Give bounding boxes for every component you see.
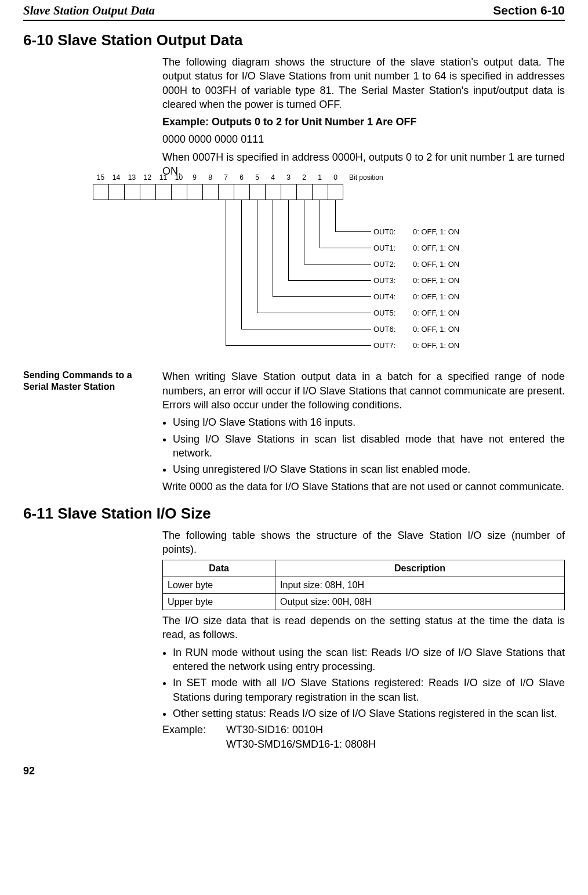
table-row: Upper byte Output size: 00H, 08H (163, 593, 565, 610)
section-610-p1: The following diagram shows the structur… (162, 55, 565, 111)
header-right: Section 6-10 (493, 3, 565, 17)
sending-bullets: Using I/O Slave Stations with 16 inputs.… (162, 415, 565, 476)
out-row: OUT6:0: OFF, 1: ON (373, 325, 459, 334)
example-line: Example: WT30-SID16: 0010H WT30-SMD16/SM… (162, 723, 565, 751)
list-item: In RUN mode without using the scan list:… (173, 646, 565, 674)
page-header: Slave Station Output Data Section 6-10 (23, 0, 565, 21)
bit-label: 9 (187, 173, 202, 182)
bit-label: 1 (312, 173, 328, 182)
bit-label: 15 (93, 173, 108, 182)
out-row: OUT3:0: OFF, 1: ON (373, 276, 459, 285)
sending-p: When writing Slave Station output data i… (162, 369, 565, 412)
table-header: Description (275, 560, 565, 577)
list-item: Using I/O Slave Stations with 16 inputs. (173, 415, 565, 429)
bit-label: 2 (296, 173, 312, 182)
bit-label: 8 (202, 173, 218, 182)
out-row: OUT5:0: OFF, 1: ON (373, 309, 459, 317)
bit-position-label: Bit position (349, 173, 383, 182)
bit-label: 11 (155, 173, 171, 182)
header-left: Slave Station Output Data (23, 3, 155, 18)
section-610-example-title: Example: Outputs 0 to 2 for Unit Number … (162, 115, 565, 129)
table-row: Data Description (163, 560, 565, 577)
bit-label: 12 (140, 173, 155, 182)
out-row: OUT1:0: OFF, 1: ON (373, 244, 459, 252)
out-row: OUT0:0: OFF, 1: ON (373, 227, 459, 236)
out-row: OUT4:0: OFF, 1: ON (373, 292, 459, 301)
bit-label: 5 (249, 173, 265, 182)
bit-label: 14 (108, 173, 124, 182)
sending-commands-label: Sending Commands to a Serial Master Stat… (23, 369, 151, 393)
list-item: Using I/O Slave Stations in scan list di… (173, 432, 565, 461)
bit-diagram: 15 14 13 12 11 10 9 8 7 6 5 4 3 2 1 0 Bi… (93, 184, 565, 364)
bit-label: 13 (124, 173, 140, 182)
table-row: Lower byte Input size: 08H, 10H (163, 577, 565, 593)
page-number: 92 (23, 765, 565, 777)
table-header: Data (163, 560, 275, 577)
section-611-bullets: In RUN mode without using the scan list:… (162, 646, 565, 720)
out-row: OUT7:0: OFF, 1: ON (373, 341, 459, 350)
bit-label: 7 (218, 173, 234, 182)
io-size-table: Data Description Lower byte Input size: … (162, 560, 565, 610)
section-611-p1: The following table shows the structure … (162, 528, 565, 557)
bit-label: 0 (328, 173, 343, 182)
bit-row (93, 184, 343, 200)
list-item: In SET mode with all I/O Slave Stations … (173, 676, 565, 704)
out-row: OUT2:0: OFF, 1: ON (373, 260, 459, 269)
sending-after: Write 0000 as the data for I/O Slave Sta… (162, 480, 565, 494)
bit-label: 10 (171, 173, 187, 182)
list-item: Using unregistered I/O Slave Stations in… (173, 462, 565, 476)
section-611-p2: The I/O size data that is read depends o… (162, 614, 565, 642)
bit-label: 4 (265, 173, 281, 182)
list-item: Other setting status: Reads I/O size of … (173, 706, 565, 720)
section-611-title: 6-11 Slave Station I/O Size (23, 505, 565, 523)
section-610-example-line1: 0000 0000 0000 0111 (162, 132, 565, 146)
bit-label: 6 (234, 173, 249, 182)
bit-label: 3 (281, 173, 296, 182)
section-610-title: 6-10 Slave Station Output Data (23, 31, 565, 49)
